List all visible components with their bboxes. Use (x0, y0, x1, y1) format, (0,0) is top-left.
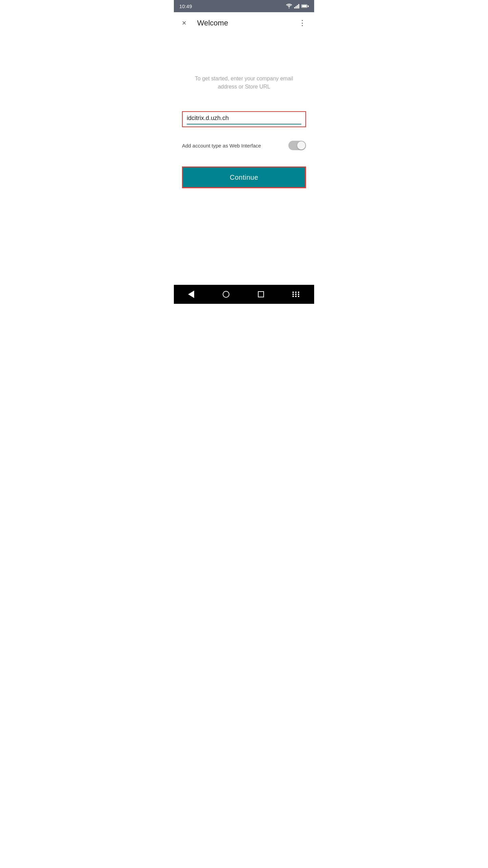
more-options-button[interactable]: ⋮ (296, 16, 309, 30)
app-bar: × Welcome ⋮ (174, 12, 314, 34)
back-icon (188, 291, 194, 298)
recents-button[interactable] (255, 289, 267, 300)
back-button[interactable] (185, 288, 197, 301)
status-icons (286, 4, 309, 8)
home-icon (223, 291, 229, 298)
keyboard-icon (292, 292, 300, 297)
svg-point-0 (289, 8, 289, 9)
url-input-container (182, 111, 306, 127)
keyboard-button[interactable] (290, 289, 303, 300)
battery-icon (301, 4, 309, 8)
page-title: Welcome (197, 19, 228, 27)
nav-bar (174, 285, 314, 304)
app-bar-left: × Welcome (179, 17, 228, 29)
recents-icon (258, 291, 264, 297)
status-bar: 10:49 (174, 0, 314, 12)
home-button[interactable] (220, 288, 232, 300)
toggle-knob (297, 141, 305, 150)
description-text: To get started, enter your company email… (182, 75, 306, 91)
web-interface-toggle[interactable] (288, 141, 306, 150)
main-content: To get started, enter your company email… (174, 34, 314, 285)
status-time: 10:49 (179, 3, 192, 9)
wifi-icon (286, 4, 292, 8)
toggle-row: Add account type as Web Interface (182, 135, 306, 156)
continue-button[interactable]: Continue (182, 166, 306, 188)
toggle-label: Add account type as Web Interface (182, 143, 261, 149)
close-button[interactable]: × (179, 17, 189, 29)
store-url-input[interactable] (187, 115, 301, 124)
signal-icon (294, 4, 299, 8)
